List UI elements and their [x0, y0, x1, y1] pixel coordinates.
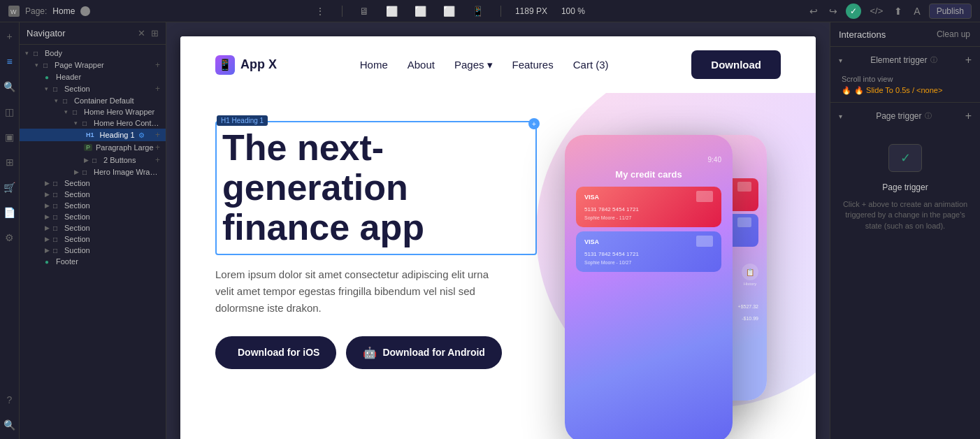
- tablet-landscape-icon[interactable]: ⬜: [383, 4, 401, 18]
- tree-item-section-6[interactable]: ▶ □ Section: [20, 222, 166, 233]
- tablet-icon[interactable]: ⬜: [412, 4, 429, 18]
- clean-up-button[interactable]: Clean up: [935, 28, 972, 41]
- add-element-trigger-button[interactable]: +: [965, 54, 972, 66]
- section-icon: □: [53, 180, 63, 187]
- navigator-icon[interactable]: ≡: [1, 53, 18, 70]
- export-icon[interactable]: ⬆: [891, 4, 905, 18]
- close-navigator-icon[interactable]: ✕: [138, 28, 145, 38]
- hero-heading[interactable]: The next-generation finance app: [222, 128, 530, 248]
- search-bottom-icon[interactable]: 🔍: [1, 417, 18, 433]
- status-indicator: ✓: [846, 3, 861, 19]
- tree-item-header[interactable]: ● Header: [20, 71, 166, 82]
- phone-main-mockup: 9:40 My credit cards VISA 5131 7842 5454…: [565, 135, 733, 439]
- components-icon[interactable]: ◫: [1, 103, 18, 120]
- main-card2-num: 5131 7842 5454 1721: [584, 251, 713, 257]
- qa-history[interactable]: 📋History: [742, 264, 758, 286]
- editor-icon[interactable]: A: [911, 4, 923, 18]
- tablet-small-icon[interactable]: ⬜: [440, 4, 458, 18]
- t1-amount: +$527.32: [738, 304, 758, 309]
- page-trigger-desc: Click + above to create an animation tri…: [839, 199, 972, 231]
- tree-item-suction[interactable]: ▶ □ Suction: [20, 245, 166, 256]
- tree-label-page-wrapper: Page Wrapper: [55, 61, 104, 69]
- tree-item-buttons[interactable]: ▶ □ 2 Buttons +: [20, 154, 166, 166]
- tree-item-section-4[interactable]: ▶ □ Section: [20, 200, 166, 211]
- right-panel-header: Interactions Clean up: [830, 22, 980, 47]
- desktop-icon[interactable]: 🖥: [356, 4, 372, 18]
- element-settings-icon[interactable]: ⚙: [138, 131, 145, 139]
- tree-item-hero-content[interactable]: ▾ □ Home Hero Content: [20, 117, 166, 129]
- pages-icon[interactable]: 📄: [1, 204, 18, 221]
- tree-item-section-2[interactable]: ▶ □ Section: [20, 178, 166, 189]
- buttons-icon: □: [92, 157, 102, 164]
- hero-heading-badge: H1 Heading 1: [217, 115, 268, 126]
- mobile-icon[interactable]: 📱: [469, 4, 487, 18]
- main-card1-name: Sophie Moore - 11/27: [584, 215, 713, 220]
- page-trigger-section: ▾ Page trigger ⓘ + ✓ Page trigger Click …: [830, 103, 980, 245]
- phone-time: 9:40: [576, 156, 721, 164]
- help-icon[interactable]: ?: [1, 391, 18, 408]
- tree-item-section-7[interactable]: ▶ □ Section: [20, 233, 166, 245]
- tree-arrow: ▶: [45, 247, 52, 254]
- t2-amount: -$10.99: [742, 316, 758, 321]
- ios-btn-label: Download for iOS: [238, 347, 319, 358]
- tree-item-section-1[interactable]: ▾ □ Section +: [20, 82, 166, 95]
- nav-link-pages[interactable]: Pages ▾: [454, 59, 493, 71]
- ios-download-button[interactable]: Download for iOS: [215, 336, 336, 369]
- tree-label-container: Container Default: [74, 96, 134, 105]
- tree-label-section-5: Section: [64, 213, 90, 221]
- add-icon[interactable]: +: [1, 28, 18, 45]
- navigator-panel: Navigator ✕ ⊞ ▾ □ Body ▾ □ Page Wrapper …: [20, 22, 166, 439]
- settings-icon[interactable]: ⚙: [1, 229, 18, 246]
- tree-item-hero-wrapper[interactable]: ▾ □ Home Hero Wrapper: [20, 106, 166, 117]
- page-trigger-header: ▾ Page trigger ⓘ +: [839, 110, 972, 122]
- nav-link-home[interactable]: Home: [360, 59, 388, 71]
- code-icon[interactable]: </>: [867, 4, 886, 17]
- main-card1-visa: VISA: [584, 194, 713, 201]
- tree-arrow: ▶: [45, 236, 52, 243]
- tree-item-heading-1[interactable]: H1 Heading 1 ⚙ +: [20, 129, 166, 141]
- canvas-wrapper: 📱 App X Home About Pages ▾ Features Cart…: [166, 22, 830, 439]
- publish-button[interactable]: Publish: [929, 3, 972, 19]
- expand-navigator-icon[interactable]: ⊞: [151, 28, 159, 38]
- info-icon: ⓘ: [930, 55, 937, 65]
- add-page-trigger-button[interactable]: +: [965, 110, 972, 122]
- tree-item-section-5[interactable]: ▶ □ Section: [20, 211, 166, 222]
- icon-sidebar: + ≡ 🔍 ◫ ▣ ⊞ 🛒 📄 ⚙ ? 🔍: [0, 22, 20, 439]
- tree-item-footer[interactable]: ● Footer: [20, 256, 166, 267]
- element-trigger-row[interactable]: ▾ Element trigger ⓘ +: [830, 47, 980, 72]
- tree-label-section-3: Section: [64, 190, 90, 199]
- tree-item-page-wrapper[interactable]: ▾ □ Page Wrapper +: [20, 59, 166, 71]
- card2-chip: [737, 217, 751, 227]
- navigator-header: Navigator ✕ ⊞: [20, 22, 166, 45]
- tree-arrow: ▾: [45, 85, 52, 92]
- tree-add-btn[interactable]: +: [155, 60, 160, 70]
- tree-item-paragraph[interactable]: P Paragraph Large +: [20, 141, 166, 154]
- cms-icon[interactable]: ⊞: [1, 154, 18, 171]
- tree-add-btn[interactable]: +: [155, 143, 160, 152]
- navigator-title: Navigator: [27, 28, 66, 38]
- tree-add-btn[interactable]: +: [155, 130, 160, 140]
- nav-link-features[interactable]: Features: [512, 59, 554, 71]
- ecommerce-icon[interactable]: 🛒: [1, 179, 18, 196]
- undo-icon[interactable]: ↩: [807, 4, 821, 18]
- top-bar-right: ↩ ↪ ✓ </> ⬆ A Publish: [807, 3, 972, 19]
- nav-link-about[interactable]: About: [408, 59, 435, 71]
- assets-icon[interactable]: ▣: [1, 129, 18, 145]
- tree-item-body[interactable]: ▾ □ Body: [20, 48, 166, 59]
- tree-arrow: ▾: [64, 108, 71, 115]
- search-icon[interactable]: 🔍: [1, 78, 18, 95]
- android-download-button[interactable]: 🤖 Download for Android: [346, 336, 501, 369]
- hero-content-icon: □: [82, 120, 92, 127]
- tree-arrow: ▶: [45, 191, 52, 198]
- tree-add-btn[interactable]: +: [155, 155, 160, 165]
- more-icon[interactable]: ⋮: [312, 4, 328, 18]
- tree-add-btn[interactable]: +: [155, 84, 160, 94]
- tree-label-paragraph: Paragraph Large: [96, 143, 154, 152]
- nav-link-cart[interactable]: Cart (3): [573, 59, 609, 71]
- tree-item-section-3[interactable]: ▶ □ Section: [20, 189, 166, 200]
- nav-download-button[interactable]: Download: [691, 50, 781, 79]
- scroll-into-view-item: Scroll into view 🔥 🔥 Slide To 0.5s / <no…: [830, 72, 980, 102]
- redo-icon[interactable]: ↪: [826, 4, 840, 18]
- tree-item-container[interactable]: ▾ □ Container Default: [20, 95, 166, 106]
- tree-item-hero-image-wrapper[interactable]: ▶ □ Hero Image Wrapper: [20, 166, 166, 178]
